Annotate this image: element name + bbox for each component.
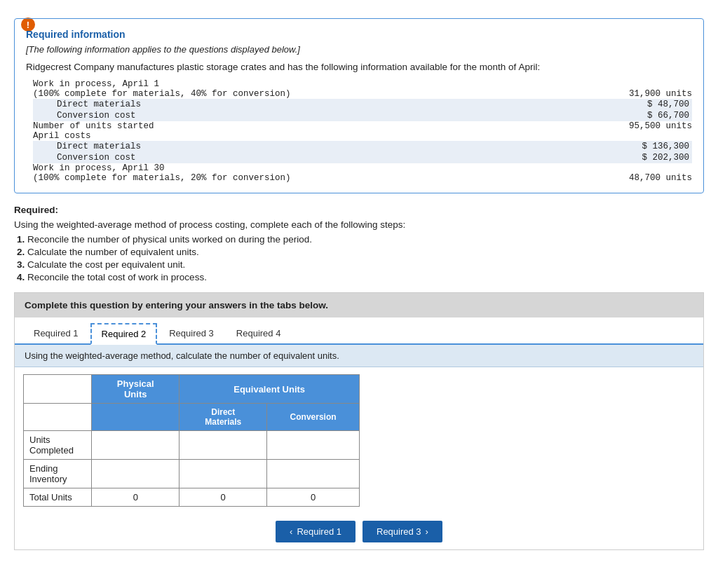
table-row: Work in process, April 30	[33, 163, 692, 173]
total-units-row: Total Units 0 0 0	[24, 488, 360, 507]
list-item: 4. Reconcile the total cost of work in p…	[17, 272, 704, 282]
total-units-label: Total Units	[24, 488, 92, 507]
required-label: Required:	[14, 205, 58, 215]
tab-required-1[interactable]: Required 1	[23, 323, 89, 343]
prev-button[interactable]: ‹ Required 1	[276, 521, 355, 542]
tab-required-4[interactable]: Required 4	[226, 323, 292, 343]
tab-content-description: Using the weighted-average method, calcu…	[15, 345, 703, 367]
info-box-subtitle: [The following information applies to th…	[26, 44, 692, 55]
next-arrow-icon: ›	[426, 526, 428, 537]
question-box: Complete this question by entering your …	[14, 292, 704, 550]
units-completed-conversion[interactable]	[267, 431, 360, 460]
data-table: Work in process, April 1 (100% complete …	[26, 79, 692, 183]
total-units-direct: 0	[180, 488, 267, 507]
direct-materials-header: DirectMaterials	[180, 404, 267, 431]
units-completed-direct[interactable]	[180, 431, 267, 460]
conversion-header: Conversion	[267, 404, 360, 431]
table-row: April costs	[33, 131, 692, 141]
next-button[interactable]: Required 3 ›	[363, 521, 442, 542]
ending-inventory-direct-input[interactable]	[180, 466, 266, 482]
ending-inventory-conversion-input[interactable]	[267, 466, 359, 482]
units-completed-physical-input[interactable]	[92, 437, 179, 453]
list-item: 1. Reconcile the number of physical unit…	[17, 234, 704, 245]
ending-inventory-label: Ending Inventory	[24, 460, 92, 488]
prev-arrow-icon: ‹	[290, 526, 292, 537]
units-completed-conversion-input[interactable]	[267, 437, 359, 453]
table-row: Units Completed	[24, 431, 360, 460]
total-units-physical: 0	[92, 488, 180, 507]
equiv-units-header: Equivalent Units	[180, 375, 360, 404]
table-row: Number of units started 95,500 units	[33, 121, 692, 131]
ending-inventory-physical[interactable]	[92, 460, 180, 488]
table-row: (100% complete for materials, 20% for co…	[33, 173, 692, 183]
table-row: Conversion cost $ 66,700	[33, 110, 692, 121]
info-box-description: Ridgecrest Company manufactures plastic …	[26, 62, 692, 72]
units-completed-direct-input[interactable]	[180, 437, 266, 453]
required-description: Using the weighted-average method of pro…	[14, 219, 704, 230]
total-units-conversion: 0	[267, 488, 360, 507]
table-row: Conversion cost $ 202,300	[33, 152, 692, 163]
col-empty-header	[24, 375, 92, 404]
equiv-units-table: PhysicalUnits Equivalent Units DirectMat…	[23, 374, 360, 507]
ending-inventory-conversion[interactable]	[267, 460, 360, 488]
list-item: 3. Calculate the cost per equivalent uni…	[17, 259, 704, 270]
bottom-buttons: ‹ Required 1 Required 3 ›	[15, 514, 703, 549]
question-header: Complete this question by entering your …	[15, 293, 703, 317]
tab-required-3[interactable]: Required 3	[158, 323, 224, 343]
prev-button-label: Required 1	[297, 526, 341, 537]
tabs-row: Required 1 Required 2 Required 3 Require…	[15, 317, 703, 345]
table-row: (100% complete for materials, 40% for co…	[33, 89, 692, 99]
required-section: Required: Using the weighted-average met…	[14, 205, 704, 282]
col-empty-subheader	[24, 404, 92, 431]
units-completed-physical[interactable]	[92, 431, 180, 460]
steps-list: 1. Reconcile the number of physical unit…	[14, 234, 704, 282]
units-completed-label: Units Completed	[24, 431, 92, 460]
info-box-title: Required information	[26, 29, 692, 40]
info-box: Required information [The following info…	[14, 18, 704, 193]
table-row: Work in process, April 1	[33, 79, 692, 89]
next-button-label: Required 3	[377, 526, 421, 537]
table-row: Ending Inventory	[24, 460, 360, 488]
list-item: 2. Calculate the number of equivalent un…	[17, 247, 704, 257]
physical-units-subheader	[92, 404, 180, 431]
equiv-units-section: PhysicalUnits Equivalent Units DirectMat…	[15, 367, 703, 514]
physical-units-header: PhysicalUnits	[92, 375, 180, 404]
ending-inventory-physical-input[interactable]	[92, 466, 179, 482]
table-row: Direct materials $ 48,700	[33, 99, 692, 110]
tab-required-2[interactable]: Required 2	[90, 323, 158, 345]
table-row: Direct materials $ 136,300	[33, 141, 692, 152]
ending-inventory-direct[interactable]	[180, 460, 267, 488]
